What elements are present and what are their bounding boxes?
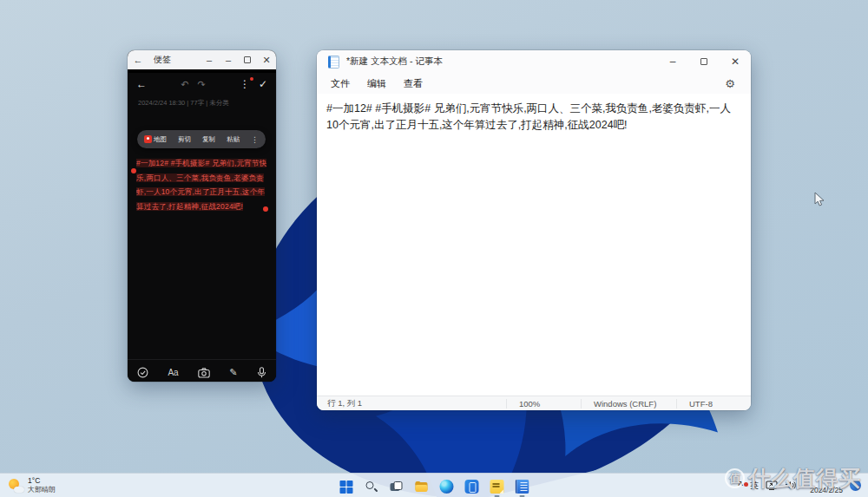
window-back-icon[interactable]: ← — [128, 55, 148, 65]
watermark-logo: 值 — [725, 468, 745, 488]
note-bottom-toolbar: Aa ✎ — [128, 359, 276, 382]
minimize-button[interactable]: – — [657, 50, 688, 73]
taskbar-center-icons — [335, 474, 534, 497]
edge-button[interactable] — [436, 476, 458, 497]
line-ending: Windows (CRLF) — [581, 399, 676, 409]
camera-icon[interactable] — [198, 368, 210, 378]
start-button[interactable] — [335, 476, 358, 497]
encoding: UTF-8 — [676, 399, 751, 409]
settings-gear-icon[interactable]: ⚙ — [725, 77, 746, 90]
map-app-icon — [144, 135, 152, 143]
phone-link-icon — [465, 480, 479, 494]
doodle-pen-icon[interactable]: ✎ — [229, 367, 237, 378]
voice-mic-icon[interactable] — [257, 367, 266, 378]
menu-view[interactable]: 查看 — [395, 75, 431, 93]
maximize-icon — [244, 56, 251, 63]
weather-sun-cloud-icon — [9, 478, 23, 493]
selection-menu-map[interactable]: 地图 — [144, 135, 167, 144]
weather-temperature: 1°C — [28, 477, 56, 486]
sticky-notes-button[interactable] — [486, 476, 509, 497]
undo-icon[interactable]: ↶ — [181, 79, 188, 90]
notepad-taskbar-button[interactable] — [511, 476, 534, 497]
notification-dot — [250, 77, 253, 81]
collapse-button[interactable]: – — [200, 50, 219, 69]
phone-screen: ← ↶ ↷ ⋮ ✓ 2024/2/24 18:30 | 77字 | 未分类 地图… — [128, 73, 276, 382]
note-editor-appbar: ← ↶ ↷ ⋮ ✓ — [128, 73, 276, 95]
watermark-text: 什么值得买 — [748, 464, 861, 493]
notepad-title: *新建 文本文档 - 记事本 — [346, 56, 443, 68]
notepad-window: *新建 文本文档 - 记事本 – ✕ 文件 编辑 查看 ⚙ #一加12# #手机… — [317, 50, 751, 410]
start-icon — [339, 481, 352, 494]
edge-icon — [440, 480, 454, 494]
task-view-button[interactable] — [385, 476, 408, 497]
mouse-cursor — [814, 192, 825, 207]
notepad-app-icon — [328, 56, 339, 69]
selection-handle-end[interactable] — [263, 206, 268, 212]
maximize-button[interactable] — [688, 50, 720, 73]
search-icon — [365, 480, 378, 494]
more-menu-icon[interactable]: ⋮ — [240, 78, 250, 90]
notepad-journal-icon — [516, 480, 529, 494]
maximize-button[interactable] — [238, 50, 257, 69]
phone-link-button[interactable] — [461, 476, 483, 497]
file-explorer-button[interactable] — [411, 476, 433, 497]
file-explorer-icon — [415, 480, 429, 494]
phone-mirror-window: ← 便签 – – ✕ ← ↶ ↷ ⋮ ✓ 2024/2/24 18:30 | 7… — [128, 50, 276, 382]
selection-menu-copy[interactable]: 复制 — [202, 135, 215, 144]
text-selection-menu: 地图 剪切 复制 粘贴 ⋮ — [137, 130, 266, 148]
selection-menu-more-icon[interactable]: ⋮ — [251, 135, 259, 144]
note-meta-line: 2024/2/24 18:30 | 77字 | 未分类 — [128, 95, 276, 108]
maximize-icon — [700, 58, 707, 65]
selection-menu-cut[interactable]: 剪切 — [178, 135, 191, 144]
notepad-titlebar: *新建 文本文档 - 记事本 – ✕ — [317, 50, 751, 73]
minimize-button[interactable]: – — [219, 50, 238, 69]
notepad-statusbar: 行 1, 列 1 100% Windows (CRLF) UTF-8 — [317, 396, 751, 410]
watermark: 值 什么值得买 — [725, 464, 861, 493]
close-button[interactable]: ✕ — [720, 50, 751, 73]
menu-edit[interactable]: 编辑 — [358, 75, 395, 93]
desktop: { "wallpaper": { "base_color": "#b7cbda"… — [0, 0, 868, 497]
note-text[interactable]: #一加12# #手机摄影# 兄弟们,元宵节快乐,两口人、三个菜,我负责鱼,老婆负… — [136, 156, 268, 213]
menu-file[interactable]: 文件 — [322, 75, 358, 93]
phone-window-titlebar: ← 便签 – – ✕ — [128, 50, 276, 69]
phone-window-title: 便签 — [154, 54, 171, 66]
weather-condition: 大部晴朗 — [28, 486, 56, 494]
zoom-level[interactable]: 100% — [506, 399, 581, 409]
close-button[interactable]: ✕ — [257, 50, 276, 69]
notepad-content: #一加12# #手机摄影# 兄弟们,元宵节快乐,两口人、三个菜,我负责鱼,老婆负… — [326, 101, 741, 134]
text-format-icon[interactable]: Aa — [168, 368, 178, 377]
search-button[interactable] — [360, 476, 383, 497]
cursor-position: 行 1, 列 1 — [317, 398, 372, 409]
task-view-icon — [390, 480, 404, 494]
notepad-text-area[interactable]: #一加12# #手机摄影# 兄弟们,元宵节快乐,两口人、三个菜,我负责鱼,老婆负… — [317, 94, 751, 396]
sticky-notes-icon — [490, 480, 504, 494]
note-back-icon[interactable]: ← — [136, 78, 147, 90]
todo-check-icon[interactable] — [137, 367, 148, 378]
selection-menu-paste[interactable]: 粘贴 — [227, 135, 240, 144]
selection-handle-start[interactable] — [131, 168, 136, 173]
notepad-menubar: 文件 编辑 查看 ⚙ — [317, 73, 751, 94]
redo-icon[interactable]: ↷ — [197, 79, 205, 90]
confirm-check-icon[interactable]: ✓ — [259, 78, 267, 90]
weather-widget[interactable]: 1°C 大部晴朗 — [0, 477, 130, 494]
